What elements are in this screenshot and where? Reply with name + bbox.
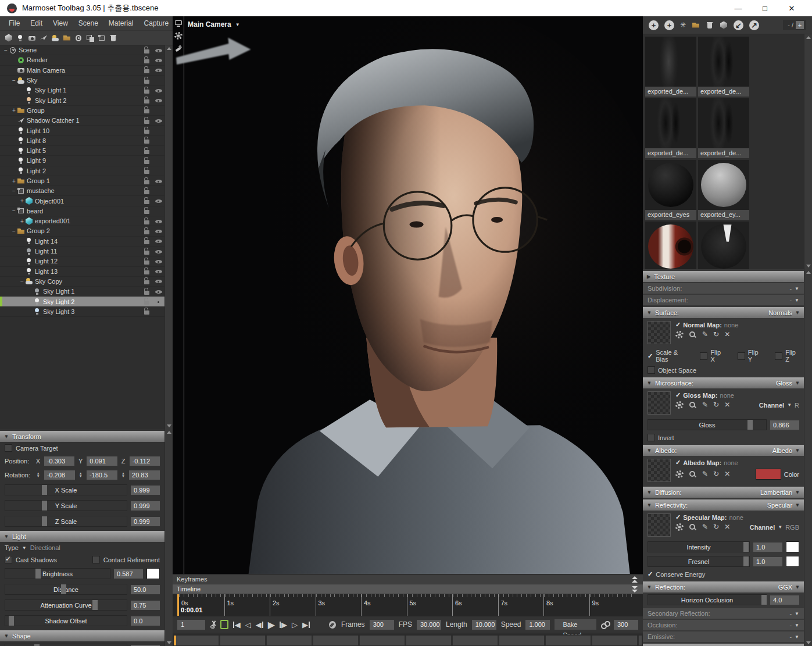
eye-icon[interactable] xyxy=(155,97,162,103)
reflection-mode[interactable]: GGX xyxy=(778,584,792,591)
microsurface-header[interactable]: ▼ Microsurface: Gloss▼ xyxy=(643,377,804,388)
expander[interactable]: − xyxy=(19,278,25,284)
tree-row[interactable]: + Group 1 xyxy=(0,176,164,186)
fresnel-color-swatch[interactable] xyxy=(786,556,799,567)
lock-icon[interactable] xyxy=(144,200,149,204)
fps-input[interactable]: 30.000 xyxy=(417,620,441,630)
material-thumbnail[interactable]: exported_ey... xyxy=(698,160,749,220)
chevron-down-icon[interactable]: ▼ xyxy=(795,286,799,291)
light-header[interactable]: ▼ Light xyxy=(0,531,164,542)
tree-row[interactable]: Light 5 xyxy=(0,146,164,156)
diffusion-mode[interactable]: Lambertian xyxy=(760,489,792,496)
material-thumbnail[interactable]: exported_de... xyxy=(698,37,749,97)
maximize-button[interactable]: □ xyxy=(752,4,778,13)
scroll-up-icon[interactable] xyxy=(806,271,811,274)
eye-icon[interactable] xyxy=(155,67,162,73)
intensity-color-swatch[interactable] xyxy=(786,541,799,552)
chevron-down-icon[interactable]: ▼ xyxy=(795,502,800,508)
lock-icon[interactable] xyxy=(144,310,149,315)
x-scale-slider[interactable]: X Scale xyxy=(5,484,127,495)
albedo-mode[interactable]: Albedo xyxy=(772,447,792,454)
map-settings-icon[interactable] xyxy=(675,331,684,338)
lock-icon[interactable] xyxy=(144,49,149,53)
map-edit-icon[interactable]: ✎ xyxy=(702,470,708,478)
spinner-icon[interactable]: ▲▼ xyxy=(78,472,83,478)
lock-icon[interactable] xyxy=(144,109,149,113)
map-edit-icon[interactable]: ✎ xyxy=(702,401,708,409)
lock-icon[interactable] xyxy=(144,270,149,274)
frame-input[interactable]: 1 xyxy=(177,620,205,630)
x-scale-value[interactable]: 0.999 xyxy=(131,486,160,495)
chevron-down-icon[interactable]: ▼ xyxy=(795,490,800,495)
toolbar-icon[interactable] xyxy=(40,34,48,42)
eye-icon[interactable] xyxy=(155,278,162,284)
secondary-reflection-row[interactable]: Secondary Reflection: -▼ xyxy=(643,608,804,619)
tree-scrollbar[interactable] xyxy=(164,45,173,429)
lock-icon[interactable] xyxy=(144,160,149,164)
tree-row[interactable]: Shadow Catcher 1 xyxy=(0,116,164,126)
tree-row[interactable]: Light 13 xyxy=(0,267,164,277)
tree-row[interactable]: Sky Light 1 xyxy=(0,85,164,95)
lock-icon[interactable] xyxy=(144,291,149,295)
expander[interactable]: + xyxy=(11,107,17,113)
tree-row[interactable]: Render xyxy=(0,55,164,65)
microsurface-mode[interactable]: Gloss xyxy=(776,380,792,387)
menu-item[interactable]: Material xyxy=(103,19,139,27)
material-thumbnail[interactable]: exported_eyes xyxy=(645,160,696,220)
texture-header[interactable]: ▶ Texture xyxy=(643,271,804,282)
menu-item[interactable]: File xyxy=(3,19,25,27)
keyframes-bar[interactable]: Keyframes xyxy=(173,574,643,584)
normal-map-thumbnail[interactable] xyxy=(648,321,671,344)
reflection-header[interactable]: ▼ Reflection: GGX▼ xyxy=(643,581,804,593)
chevron-down-icon[interactable]: ▼ xyxy=(22,545,27,551)
expander[interactable]: − xyxy=(3,47,9,53)
position-y-field[interactable]: 0.091 xyxy=(87,456,117,466)
lock-icon[interactable] xyxy=(144,150,149,154)
transform-header[interactable]: ▼ Transform xyxy=(0,431,164,442)
invert-checkbox[interactable] xyxy=(648,434,655,441)
tree-row[interactable]: − Sky xyxy=(0,76,164,85)
material-thumbnail[interactable]: exported_de... xyxy=(645,98,696,158)
material-tool-icon[interactable]: ✳ xyxy=(680,22,686,29)
reflectivity-header[interactable]: ▼ Reflectivity: Specular▼ xyxy=(643,499,804,511)
tree-row[interactable]: Sky Light 3 xyxy=(0,307,164,317)
transparency-header[interactable]: ▼ Transparency: Add▼ xyxy=(643,644,804,646)
slider-handle[interactable] xyxy=(747,420,753,430)
channel-value[interactable]: R xyxy=(795,402,799,409)
menu-item[interactable]: View xyxy=(48,19,73,27)
lock-icon[interactable] xyxy=(144,69,149,73)
viewport[interactable]: Main Camera ▼ xyxy=(173,16,643,574)
check-icon[interactable]: ✓ xyxy=(648,352,653,360)
material-tool-icon[interactable]: + xyxy=(664,20,674,30)
speed-input[interactable]: 1.000 xyxy=(525,620,550,630)
eye-icon[interactable] xyxy=(155,298,162,305)
scissors-icon[interactable] xyxy=(210,620,216,629)
horizon-occlusion-slider[interactable]: Horizon Occlusion xyxy=(648,594,767,605)
tree-row[interactable]: − Sky Copy xyxy=(0,277,164,287)
gloss-slider[interactable]: Gloss xyxy=(648,419,767,430)
minimize-button[interactable]: — xyxy=(725,4,752,13)
subdivision-row[interactable]: Subdivision: -▼ xyxy=(643,283,804,294)
horizon-occlusion-value[interactable]: 4.0 xyxy=(770,595,799,605)
lock-icon[interactable] xyxy=(144,180,149,184)
lock-icon[interactable] xyxy=(144,59,149,63)
reflectivity-mode[interactable]: Specular xyxy=(767,502,792,509)
slider-handle[interactable] xyxy=(35,569,41,579)
tree-row[interactable]: − Scene xyxy=(0,45,164,55)
tree-row[interactable]: Sky Light 1 xyxy=(0,287,164,297)
close-button[interactable]: ✕ xyxy=(778,4,805,13)
expander[interactable]: − xyxy=(11,208,17,214)
eye-icon[interactable] xyxy=(155,228,162,234)
toolbar-icon[interactable] xyxy=(28,34,36,42)
occlusion-row[interactable]: Occlusion: -▼ xyxy=(643,620,804,630)
spinner-icon[interactable]: ▲▼ xyxy=(36,472,41,478)
bake-frames-input[interactable]: 300 xyxy=(614,620,638,630)
material-tool-icon[interactable]: + xyxy=(649,20,659,30)
distance-value[interactable]: 50.0 xyxy=(131,585,160,594)
map-clear-icon[interactable]: ✕ xyxy=(724,331,730,338)
tree-row[interactable]: Sky Light 2 xyxy=(0,297,164,306)
slider-handle[interactable] xyxy=(743,542,749,552)
eye-icon[interactable] xyxy=(155,198,162,204)
lock-icon[interactable] xyxy=(144,220,149,224)
lock-icon[interactable] xyxy=(144,120,149,124)
